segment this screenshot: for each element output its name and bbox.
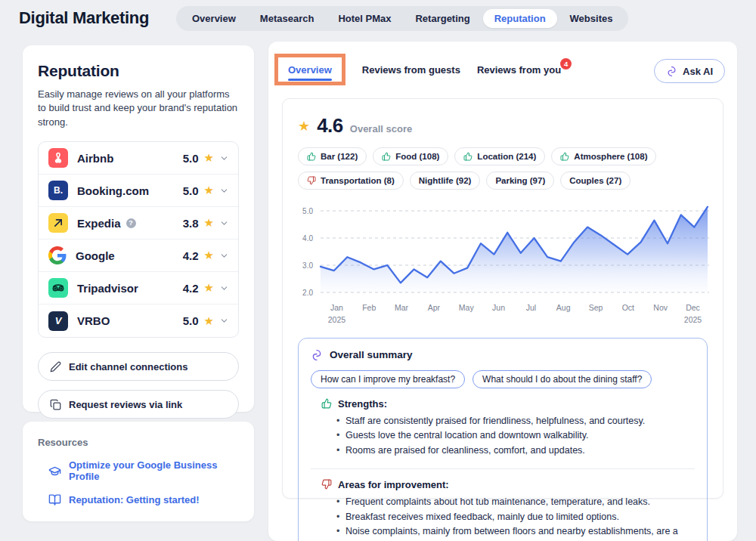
help-icon[interactable]: ?: [126, 218, 136, 228]
nav-tab-retargeting[interactable]: Retargeting: [404, 9, 481, 28]
resources-title: Resources: [38, 437, 239, 448]
overall-score-row: ★ 4.6 Overall score: [298, 114, 708, 138]
chevron-down-icon[interactable]: [219, 186, 229, 196]
month-tick-mar: Mar: [386, 302, 418, 326]
suggestion-chip[interactable]: What should I do about the dining staff?: [472, 370, 652, 388]
month-tick-oct: Oct: [612, 302, 644, 326]
thumbs-up-icon: [321, 398, 332, 409]
month-tick-jun: Jun: [482, 302, 515, 326]
improvement-item: Frequent complaints about hot tub mainte…: [345, 495, 695, 510]
chip-location[interactable]: Location (214): [454, 147, 545, 165]
thumbs-down-icon: [321, 479, 332, 490]
month-tick-may: May: [450, 302, 482, 326]
tab-overview[interactable]: Overview: [288, 64, 332, 76]
chevron-down-icon[interactable]: [219, 251, 229, 261]
thumbs-up-icon: [463, 152, 472, 161]
ask-ai-button[interactable]: Ask AI: [654, 59, 725, 83]
nav-tab-websites[interactable]: Websites: [559, 9, 624, 28]
topic-chips: Bar (122)Food (108)Location (214)Atmosph…: [298, 147, 709, 190]
trend-chart-svg: 5.04.03.02.0: [298, 200, 709, 300]
platform-score: 4.2: [183, 282, 199, 295]
platform-name: Expedia: [77, 217, 121, 230]
star-icon: ★: [204, 216, 214, 230]
chip-bar[interactable]: Bar (122): [298, 147, 367, 165]
platform-name: Google: [76, 249, 115, 262]
resource-link[interactable]: Optimize your Google Business Profile: [48, 459, 239, 482]
chip-atmosphere[interactable]: Atmosphere (108): [551, 147, 656, 165]
month-tick-nov: Nov: [644, 302, 677, 326]
summary-header: Overall summary: [311, 349, 695, 361]
ask-ai-label: Ask AI: [683, 66, 713, 77]
resources-panel: Resources Optimize your Google Business …: [23, 422, 254, 521]
platform-row-vrbo[interactable]: VVRBO5.0★: [39, 305, 238, 337]
star-icon: ★: [204, 151, 214, 165]
improvements-list: Frequent complaints about hot tub mainte…: [321, 495, 695, 541]
svg-text:2.0: 2.0: [302, 289, 313, 297]
svg-text:4.0: 4.0: [302, 234, 313, 243]
resource-link-label: Reputation: Getting started!: [69, 494, 200, 505]
strengths-header: Strengths:: [321, 398, 695, 410]
chart-month-axis: Jan2025FebMarAprMayJunJulAugSepOctNovDec…: [321, 302, 709, 326]
platform-row-expedia[interactable]: Expedia?3.8★: [39, 207, 238, 240]
vrbo-icon: V: [48, 311, 68, 331]
platform-score: 5.0: [183, 184, 199, 197]
star-icon: ★: [298, 118, 310, 134]
summary-suggestions: How can I improve my breakfast?What shou…: [311, 370, 695, 388]
chip-label: Nightlife (92): [419, 176, 472, 185]
star-icon: ★: [204, 249, 214, 262]
main-nav: OverviewMetasearchHotel PMaxRetargetingR…: [176, 6, 628, 31]
improvements-title: Areas for improvement:: [338, 479, 449, 490]
summary-divider: [311, 468, 695, 469]
star-icon: ★: [204, 184, 214, 197]
reputation-sidebar: Reputation Easily manage reviews on all …: [23, 45, 254, 412]
month-tick-aug: Aug: [547, 302, 580, 326]
improvement-item: Breakfast receives mixed feedback, mainl…: [345, 510, 695, 525]
strengths-title: Strengths:: [338, 398, 387, 410]
graduation-cap-icon: [48, 465, 61, 478]
improvements-section: Areas for improvement: Frequent complain…: [311, 479, 695, 541]
strength-item: Guests love the central location and dow…: [345, 428, 695, 444]
sidebar-description: Easily manage reviews on all your platfo…: [38, 88, 239, 129]
resource-link[interactable]: Reputation: Getting started!: [48, 493, 239, 506]
chip-parking[interactable]: Parking (97): [486, 172, 554, 190]
chip-nightlife[interactable]: Nightlife (92): [410, 172, 481, 190]
tab-reviews-from-guests[interactable]: Reviews from guests: [362, 64, 460, 76]
chip-transportation[interactable]: Transportation (8): [298, 172, 404, 190]
chip-label: Food (108): [395, 152, 439, 161]
booking-icon: B.: [48, 181, 68, 200]
chip-label: Atmosphere (108): [574, 152, 647, 161]
chevron-down-icon[interactable]: [219, 283, 229, 293]
edit-channel-connections-button[interactable]: Edit channel connections: [38, 352, 239, 381]
platform-row-google[interactable]: Google4.2★: [39, 240, 238, 272]
chip-food[interactable]: Food (108): [373, 147, 448, 165]
nav-tab-reputation[interactable]: Reputation: [483, 9, 557, 28]
platform-row-airbnb[interactable]: Airbnb5.0★: [39, 142, 238, 175]
platform-score: 4.2: [183, 249, 199, 262]
summary-title: Overall summary: [330, 349, 413, 360]
platform-row-tripadvisor[interactable]: Tripadvisor4.2★: [39, 272, 238, 305]
nav-tab-overview[interactable]: Overview: [181, 9, 247, 28]
chip-label: Parking (97): [495, 176, 545, 185]
chip-couples[interactable]: Couples (27): [560, 172, 631, 190]
improvement-item: Noise complaints, mainly from between fl…: [345, 524, 695, 541]
tripadvisor-icon: [48, 278, 68, 298]
nav-tab-hotel-pmax[interactable]: Hotel PMax: [327, 9, 402, 28]
request-reviews-via-link-button[interactable]: Request reviews via link: [38, 390, 239, 419]
overview-card: ★ 4.6 Overall score Bar (122)Food (108)L…: [282, 98, 723, 499]
chip-label: Bar (122): [321, 152, 358, 161]
overall-score-value: 4.6: [317, 114, 343, 138]
platform-row-booking[interactable]: B.Booking.com5.0★: [39, 175, 238, 207]
chevron-down-icon[interactable]: [219, 153, 229, 163]
nav-tab-metasearch[interactable]: Metasearch: [249, 9, 326, 28]
expedia-icon: [48, 213, 68, 233]
platform-name: VRBO: [77, 314, 110, 327]
tab-reviews-from-you[interactable]: Reviews from you4: [477, 64, 561, 76]
chevron-down-icon[interactable]: [219, 316, 229, 326]
platform-name: Tripadvisor: [77, 282, 138, 295]
suggestion-chip[interactable]: How can I improve my breakfast?: [311, 370, 465, 388]
svg-text:5.0: 5.0: [302, 207, 313, 215]
chevron-down-icon[interactable]: [219, 218, 229, 228]
ratings-trend-chart: 5.04.03.02.0 Jan2025FebMarAprMayJunJulAu…: [298, 200, 708, 326]
sidebar-title: Reputation: [38, 62, 239, 80]
thumbs-up-icon: [560, 152, 569, 161]
